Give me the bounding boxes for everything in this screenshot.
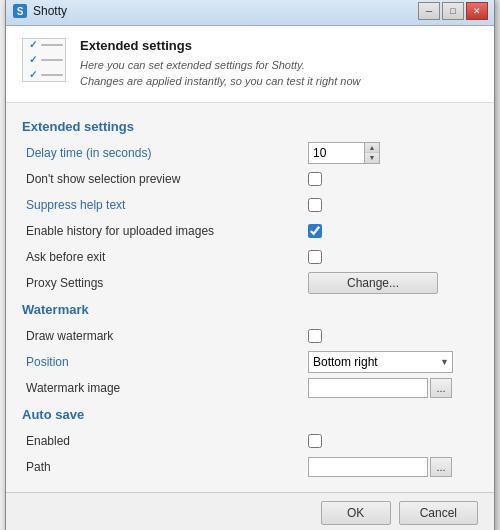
- auto-save-path-label: Path: [22, 460, 308, 474]
- draw-watermark-row: Draw watermark: [22, 323, 478, 349]
- footer: OK Cancel: [6, 492, 494, 531]
- main-window: S Shotty ─ □ ✕ ✓ ✓ ✓ Extended settings H…: [5, 0, 495, 530]
- dont-show-preview-checkbox[interactable]: [308, 172, 322, 186]
- watermark-browse-button[interactable]: ...: [430, 378, 452, 398]
- ask-before-exit-row: Ask before exit: [22, 244, 478, 270]
- ask-before-exit-label: Ask before exit: [22, 250, 308, 264]
- svg-text:S: S: [17, 6, 24, 17]
- dont-show-preview-control: [308, 172, 478, 186]
- proxy-settings-label: Proxy Settings: [22, 276, 308, 290]
- cancel-button[interactable]: Cancel: [399, 501, 478, 525]
- header-section: ✓ ✓ ✓ Extended settings Here you can set…: [6, 26, 494, 103]
- restore-button[interactable]: □: [442, 2, 464, 20]
- ask-before-exit-control: [308, 250, 478, 264]
- header-text: Extended settings Here you can set exten…: [80, 38, 360, 90]
- auto-save-path-row: Path ...: [22, 454, 478, 480]
- suppress-help-label: Suppress help text: [22, 198, 308, 212]
- position-control: Bottom right Bottom left Top right Top l…: [308, 351, 478, 373]
- enable-history-label: Enable history for uploaded images: [22, 224, 308, 238]
- content-area[interactable]: Extended settings Delay time (in seconds…: [6, 103, 494, 492]
- dont-show-preview-label: Don't show selection preview: [22, 172, 308, 186]
- spinner-buttons: ▲ ▼: [364, 143, 379, 163]
- enable-history-checkbox[interactable]: [308, 224, 322, 238]
- watermark-image-input-group: ...: [308, 378, 452, 398]
- header-title: Extended settings: [80, 38, 360, 53]
- watermark-section: Watermark Draw watermark Position Bottom…: [22, 302, 478, 401]
- auto-save-enabled-row: Enabled: [22, 428, 478, 454]
- header-description: Here you can set extended settings for S…: [80, 57, 360, 90]
- auto-save-title: Auto save: [22, 407, 478, 422]
- ok-button[interactable]: OK: [321, 501, 391, 525]
- titlebar: S Shotty ─ □ ✕: [6, 0, 494, 26]
- suppress-help-checkbox[interactable]: [308, 198, 322, 212]
- ask-before-exit-checkbox[interactable]: [308, 250, 322, 264]
- auto-save-enabled-label: Enabled: [22, 434, 308, 448]
- auto-save-path-control: ...: [308, 457, 478, 477]
- position-label: Position: [22, 355, 308, 369]
- watermark-image-input[interactable]: [308, 378, 428, 398]
- auto-save-section: Auto save Enabled Path ...: [22, 407, 478, 480]
- watermark-image-label: Watermark image: [22, 381, 308, 395]
- change-button[interactable]: Change...: [308, 272, 438, 294]
- draw-watermark-label: Draw watermark: [22, 329, 308, 343]
- position-row: Position Bottom right Bottom left Top ri…: [22, 349, 478, 375]
- titlebar-buttons: ─ □ ✕: [418, 2, 488, 20]
- extended-settings-section: Extended settings Delay time (in seconds…: [22, 119, 478, 296]
- delay-time-label: Delay time (in seconds): [22, 146, 308, 160]
- position-dropdown-wrapper: Bottom right Bottom left Top right Top l…: [308, 351, 453, 373]
- delay-time-row: Delay time (in seconds) ▲ ▼: [22, 140, 478, 166]
- watermark-image-control: ...: [308, 378, 478, 398]
- watermark-image-row: Watermark image ...: [22, 375, 478, 401]
- close-button[interactable]: ✕: [466, 2, 488, 20]
- position-dropdown[interactable]: Bottom right Bottom left Top right Top l…: [308, 351, 453, 373]
- delay-time-control: ▲ ▼: [308, 142, 478, 164]
- draw-watermark-control: [308, 329, 478, 343]
- watermark-title: Watermark: [22, 302, 478, 317]
- window-title: Shotty: [33, 4, 418, 18]
- auto-save-enabled-checkbox[interactable]: [308, 434, 322, 448]
- app-icon: S: [12, 3, 28, 19]
- enable-history-control: [308, 224, 478, 238]
- proxy-settings-control: Change...: [308, 272, 478, 294]
- minimize-button[interactable]: ─: [418, 2, 440, 20]
- proxy-settings-row: Proxy Settings Change...: [22, 270, 478, 296]
- spin-down-button[interactable]: ▼: [365, 153, 379, 163]
- auto-save-path-input-group: ...: [308, 457, 452, 477]
- header-icon: ✓ ✓ ✓: [22, 38, 66, 82]
- auto-save-enabled-control: [308, 434, 478, 448]
- auto-save-browse-button[interactable]: ...: [430, 457, 452, 477]
- dont-show-preview-row: Don't show selection preview: [22, 166, 478, 192]
- spin-up-button[interactable]: ▲: [365, 143, 379, 153]
- delay-time-input[interactable]: [309, 143, 364, 163]
- suppress-help-control: [308, 198, 478, 212]
- extended-settings-title: Extended settings: [22, 119, 478, 134]
- enable-history-row: Enable history for uploaded images: [22, 218, 478, 244]
- suppress-help-row: Suppress help text: [22, 192, 478, 218]
- auto-save-path-input[interactable]: [308, 457, 428, 477]
- draw-watermark-checkbox[interactable]: [308, 329, 322, 343]
- delay-time-spinner: ▲ ▼: [308, 142, 380, 164]
